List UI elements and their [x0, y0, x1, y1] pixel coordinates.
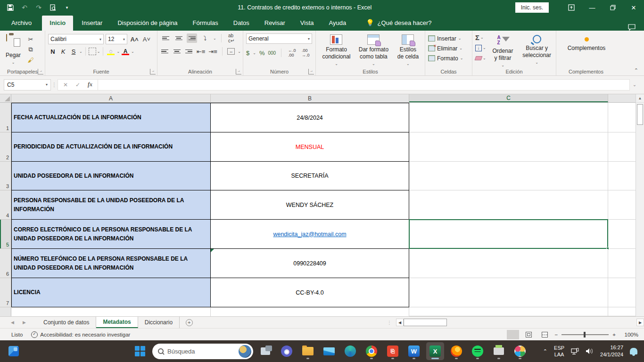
zoom-level[interactable]: 100% — [619, 332, 638, 337]
bold-button[interactable]: N — [48, 48, 58, 55]
zoom-slider-thumb[interactable] — [584, 332, 586, 337]
column-header-b[interactable]: B — [211, 94, 409, 102]
cell-c1[interactable] — [409, 103, 608, 132]
cell-c5-selected[interactable] — [409, 220, 608, 249]
cell-a4[interactable]: PERSONA RESPONSABLE DE LA UNIDAD POSEEDO… — [11, 190, 211, 220]
normal-view-button[interactable] — [507, 330, 519, 339]
tab-archivo[interactable]: Archivo — [0, 16, 41, 31]
fill-color-caret-icon[interactable]: ⌄ — [116, 49, 120, 54]
sheet-tab-conjunto[interactable]: Conjunto de datos — [37, 317, 96, 328]
tell-me-box[interactable]: 💡 ¿Qué desea hacer? — [354, 15, 438, 31]
borders-caret-icon[interactable]: ⌄ — [97, 49, 100, 54]
collapse-ribbon-icon[interactable]: ⌃ — [634, 67, 638, 74]
cell-d8[interactable] — [608, 307, 636, 316]
format-as-table-button[interactable]: Dar formato como tabla⌄ — [354, 33, 393, 68]
page-layout-view-button[interactable] — [523, 330, 535, 339]
close-button[interactable]: ✕ — [623, 0, 644, 15]
splitter-handle[interactable]: ⋮ — [387, 320, 392, 325]
scroll-right-icon[interactable]: ▶ — [636, 319, 644, 326]
copy-icon[interactable]: ⧉ — [25, 45, 36, 54]
comma-style-icon[interactable]: 000 — [268, 50, 276, 56]
search-highlight-image[interactable] — [239, 345, 251, 358]
paint-button[interactable] — [511, 342, 529, 360]
cell-b6[interactable]: 0990228409 — [211, 249, 409, 278]
increase-font-icon[interactable]: A˄ — [129, 34, 140, 44]
cell-c7[interactable] — [409, 278, 608, 307]
format-painter-icon[interactable]: 🖌 — [25, 55, 36, 65]
wrap-text-icon[interactable]: abc↵ — [226, 33, 237, 43]
underline-caret-icon[interactable]: ⌄ — [79, 49, 83, 54]
cell-c2[interactable] — [409, 132, 608, 162]
undo-icon[interactable]: ↶ — [21, 4, 28, 11]
cell-d4[interactable] — [608, 190, 636, 220]
fill-button[interactable]: ↓⌄ — [475, 43, 486, 52]
find-select-button[interactable]: Buscar y seleccionar⌄ — [520, 33, 554, 69]
cell-b8[interactable] — [211, 307, 409, 316]
cell-c4[interactable] — [409, 190, 608, 220]
qat-customize-icon[interactable]: ▾ — [63, 4, 71, 11]
sign-in-button[interactable]: Inic. ses. — [515, 2, 549, 13]
language-indicator[interactable]: ESPLAA — [554, 345, 564, 358]
align-center-icon[interactable] — [172, 47, 181, 56]
autosum-button[interactable]: Σ⌄ — [475, 33, 486, 42]
addins-button[interactable]: Complementos — [559, 33, 614, 54]
row-header-3[interactable]: 3 — [0, 162, 11, 190]
chrome-button[interactable] — [363, 342, 380, 360]
increase-indent-icon[interactable]: ⇥≡ — [208, 47, 217, 56]
spotify-button[interactable] — [469, 342, 487, 360]
firefox-button[interactable] — [447, 342, 465, 360]
tab-datos[interactable]: Datos — [226, 16, 257, 31]
increase-decimal-icon[interactable]: ←.0.00 — [287, 48, 297, 58]
align-middle-icon[interactable] — [173, 33, 184, 43]
feedback-icon[interactable] — [628, 24, 636, 31]
font-name-combobox[interactable]: Calibri▾ — [48, 34, 104, 44]
format-cells-button[interactable]: Formato⌄ — [428, 53, 470, 63]
column-header-a[interactable]: A — [11, 94, 211, 102]
cell-b5-email-link[interactable]: wendicita_jaz@hotmail.com — [211, 220, 409, 249]
insert-function-icon[interactable]: fx — [84, 81, 96, 88]
printer-button[interactable] — [490, 342, 508, 360]
number-dialog-launcher-icon[interactable] — [308, 69, 314, 74]
merge-center-icon[interactable]: ↔ — [227, 48, 235, 55]
font-size-combobox[interactable]: 12▾ — [106, 34, 127, 44]
align-bottom-icon[interactable] — [187, 33, 197, 43]
zoom-out-icon[interactable]: − — [555, 332, 558, 337]
cell-d7[interactable] — [608, 278, 636, 307]
taskbar-search[interactable]: Búsqueda — [152, 344, 253, 359]
sheet-tab-diccionario[interactable]: Diccionario — [138, 317, 180, 328]
clipboard-dialog-launcher-icon[interactable] — [38, 69, 43, 74]
merge-caret-icon[interactable]: ⌄ — [238, 49, 241, 54]
zoom-slider[interactable] — [561, 334, 609, 335]
cell-a8[interactable] — [11, 307, 211, 316]
sheet-nav-left-icon[interactable]: ◀ — [11, 320, 14, 325]
network-icon[interactable] — [571, 348, 579, 355]
align-left-icon[interactable] — [160, 47, 169, 56]
cell-b1[interactable]: 24/8/2024 — [211, 103, 409, 132]
row-header-7[interactable]: 7 — [0, 278, 11, 307]
cell-d3[interactable] — [608, 162, 636, 190]
tab-inicio[interactable]: Inicio — [42, 16, 73, 31]
restore-button[interactable] — [603, 0, 623, 15]
scroll-left-icon[interactable]: ◀ — [396, 319, 404, 326]
horizontal-scrollbar[interactable]: ⋮ ◀ ▶ — [387, 317, 644, 328]
row-header-1[interactable]: 1 — [0, 103, 11, 132]
row-header-2[interactable]: 2 — [0, 132, 11, 162]
volume-icon[interactable] — [586, 348, 594, 354]
delete-cells-button[interactable]: Eliminar⌄ — [428, 43, 470, 53]
cut-icon[interactable]: ✂ — [25, 34, 36, 44]
font-color-caret-icon[interactable]: ⌄ — [131, 49, 134, 54]
cell-c8[interactable] — [409, 307, 608, 316]
alignment-dialog-launcher-icon[interactable] — [236, 69, 241, 74]
decrease-decimal-icon[interactable]: .00→.0 — [300, 48, 311, 58]
row-header-8[interactable] — [0, 307, 11, 316]
row-header-5[interactable]: 5 — [0, 220, 11, 249]
clear-button[interactable]: ⌄ — [475, 54, 486, 63]
tab-disposicion[interactable]: Disposición de página — [110, 16, 185, 31]
print-preview-icon[interactable] — [49, 4, 57, 11]
cell-styles-button[interactable]: Estilos de celda⌄ — [393, 33, 423, 68]
chat-button[interactable]: ◉ — [278, 342, 296, 360]
paste-button[interactable]: Pegar ⌄ — [3, 33, 24, 66]
tab-vista[interactable]: Vista — [293, 16, 322, 31]
sheet-nav-right-icon[interactable]: ▶ — [23, 320, 26, 325]
tab-insertar[interactable]: Insertar — [74, 16, 110, 31]
